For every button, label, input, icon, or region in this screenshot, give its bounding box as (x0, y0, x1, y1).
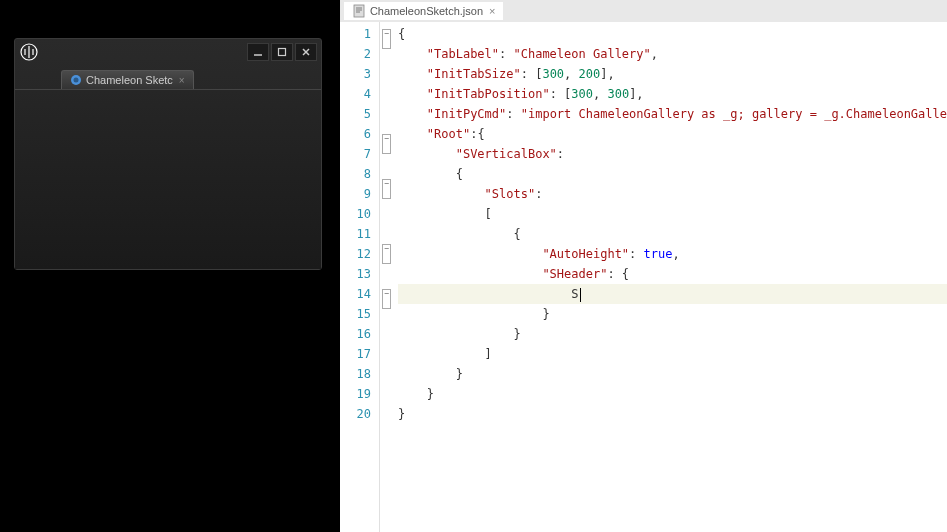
fold-toggle-icon[interactable]: − (382, 134, 391, 154)
code-line[interactable]: { (398, 224, 947, 244)
editor-tab-close-icon[interactable]: × (489, 5, 495, 17)
line-number: 14 (342, 284, 371, 304)
line-number: 19 (342, 384, 371, 404)
line-number: 8 (342, 164, 371, 184)
editor-area[interactable]: 1234567891011121314151617181920 −−−−− { … (340, 22, 947, 532)
code-line[interactable]: "Slots": (398, 184, 947, 204)
line-number: 6 (342, 124, 371, 144)
line-number: 1 (342, 24, 371, 44)
code-line[interactable]: "SVerticalBox": (398, 144, 947, 164)
code-line[interactable]: "SHeader": { (398, 264, 947, 284)
line-number: 11 (342, 224, 371, 244)
line-number: 10 (342, 204, 371, 224)
code-line[interactable]: "TabLabel": "Chameleon Gallery", (398, 44, 947, 64)
line-number: 20 (342, 404, 371, 424)
line-number: 13 (342, 264, 371, 284)
editor-tab-label: ChameleonSketch.json (370, 5, 483, 17)
svg-point-6 (74, 78, 79, 83)
code-content[interactable]: { "TabLabel": "Chameleon Gallery", "Init… (394, 22, 947, 532)
editor-panel: ChameleonSketch.json × 12345678910111213… (340, 0, 947, 532)
code-line[interactable]: "InitTabPosition": [300, 300], (398, 84, 947, 104)
window-controls (247, 43, 317, 61)
fold-toggle-icon[interactable]: − (382, 289, 391, 309)
line-number: 2 (342, 44, 371, 64)
ue-tab-chameleon[interactable]: Chameleon Sketc × (61, 70, 194, 89)
maximize-button[interactable] (271, 43, 293, 61)
code-line[interactable]: S (398, 284, 947, 304)
ue-tab-row: Chameleon Sketc × (15, 65, 321, 89)
chameleon-icon (70, 74, 82, 86)
left-panel: Chameleon Sketc × (0, 0, 340, 532)
code-line[interactable]: "InitPyCmd": "import ChameleonGallery as… (398, 104, 947, 124)
code-line[interactable]: { (398, 164, 947, 184)
fold-toggle-icon[interactable]: − (382, 29, 391, 49)
line-number: 17 (342, 344, 371, 364)
code-line[interactable]: [ (398, 204, 947, 224)
editor-tab-bar: ChameleonSketch.json × (340, 0, 947, 22)
line-number: 3 (342, 64, 371, 84)
ue-titlebar[interactable] (15, 39, 321, 65)
fold-gutter: −−−−− (380, 22, 394, 532)
code-line[interactable]: } (398, 404, 947, 424)
code-line[interactable]: { (398, 24, 947, 44)
code-line[interactable]: } (398, 364, 947, 384)
code-line[interactable]: "AutoHeight": true, (398, 244, 947, 264)
code-line[interactable]: } (398, 324, 947, 344)
code-line[interactable]: "InitTabSize": [300, 200], (398, 64, 947, 84)
close-button[interactable] (295, 43, 317, 61)
ue-window: Chameleon Sketc × (14, 38, 322, 270)
line-number: 15 (342, 304, 371, 324)
svg-rect-7 (354, 5, 364, 17)
code-line[interactable]: } (398, 304, 947, 324)
svg-rect-2 (279, 49, 286, 56)
line-number: 5 (342, 104, 371, 124)
minimize-button[interactable] (247, 43, 269, 61)
editor-tab-file[interactable]: ChameleonSketch.json × (344, 2, 504, 20)
fold-toggle-icon[interactable]: − (382, 179, 391, 199)
code-line[interactable]: "Root":{ (398, 124, 947, 144)
ue-logo-icon (19, 42, 39, 62)
line-number: 12 (342, 244, 371, 264)
line-number: 18 (342, 364, 371, 384)
line-number: 9 (342, 184, 371, 204)
code-line[interactable]: } (398, 384, 947, 404)
fold-toggle-icon[interactable]: − (382, 244, 391, 264)
line-number: 4 (342, 84, 371, 104)
json-file-icon (352, 4, 366, 18)
code-line[interactable]: ] (398, 344, 947, 364)
ue-tab-close-icon[interactable]: × (179, 75, 185, 86)
line-number: 16 (342, 324, 371, 344)
ue-tab-label: Chameleon Sketc (86, 74, 173, 86)
line-number-gutter: 1234567891011121314151617181920 (340, 22, 380, 532)
ue-window-body (15, 89, 321, 269)
line-number: 7 (342, 144, 371, 164)
